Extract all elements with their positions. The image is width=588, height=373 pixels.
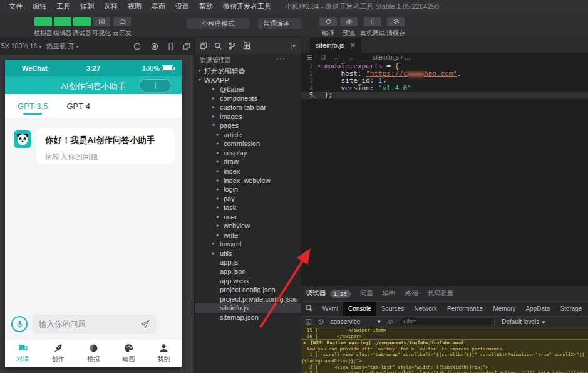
- close-icon[interactable]: ✕: [350, 41, 356, 50]
- question-input[interactable]: 输入你的问题: [33, 315, 157, 334]
- menu-item[interactable]: 视图: [123, 0, 147, 13]
- model-tab-gpt-4[interactable]: GPT-4: [66, 94, 90, 118]
- toolbar-toggle-2[interactable]: [54, 17, 71, 26]
- menu-item[interactable]: 微信开发者工具: [218, 0, 276, 13]
- list-icon[interactable]: [306, 54, 313, 61]
- tree-item-user[interactable]: ▸user: [195, 213, 301, 222]
- inspect-icon-wrap[interactable]: [301, 305, 317, 313]
- devtools-tab-storage[interactable]: Storage: [555, 302, 587, 316]
- debugger-tab-item[interactable]: 输出: [383, 289, 396, 298]
- devtools-tab-appdata[interactable]: AppData: [520, 302, 555, 316]
- tree-item-draw[interactable]: ▸draw: [195, 157, 301, 167]
- devtools-tab-performance[interactable]: Performance: [442, 302, 488, 316]
- voice-input-button[interactable]: [11, 316, 28, 332]
- devtools-tab-wxml[interactable]: Wxml: [317, 302, 343, 316]
- tree-item-components[interactable]: ▸components: [195, 94, 301, 103]
- console-filter-input[interactable]: [400, 318, 495, 325]
- menu-item[interactable]: 转到: [75, 0, 99, 13]
- devtools-tab-memory[interactable]: Memory: [488, 302, 520, 316]
- tree-item-login[interactable]: ▸login: [195, 185, 301, 194]
- menu-item[interactable]: 选择: [99, 0, 123, 13]
- tree-item-task[interactable]: ▸task: [195, 203, 301, 213]
- tabbar-item[interactable]: 绘画: [111, 339, 146, 367]
- editor-tab-siteinfo[interactable]: siteinfo.js ✕: [310, 38, 361, 53]
- toolbar-action-3[interactable]: [364, 17, 381, 26]
- model-tab-gpt-3.5[interactable]: GPT-3.5: [18, 94, 48, 118]
- log-levels-dropdown[interactable]: Default levels ▼: [502, 318, 546, 325]
- tree-item-app.wxss[interactable]: app.wxss: [195, 276, 301, 286]
- tabbar-item[interactable]: 对话: [5, 339, 40, 367]
- tree-item-index[interactable]: ▸index: [195, 167, 301, 176]
- tabbar-item[interactable]: 我的: [147, 339, 182, 367]
- windows-button[interactable]: [182, 42, 191, 51]
- tree-item-app.json[interactable]: app.json: [195, 267, 301, 276]
- tree-item-towxml[interactable]: ▸towxml: [195, 239, 301, 249]
- miniprogram-capsule-menu[interactable]: [139, 79, 172, 92]
- code-editor[interactable]: 1∨module.exports = {2 host: "https://c◼◼…: [301, 63, 588, 99]
- debugger-tab-active[interactable]: 调试器: [306, 289, 326, 298]
- collapse-sidebar-icon[interactable]: [289, 41, 297, 50]
- tree-item-commission[interactable]: ▸commission: [195, 139, 301, 149]
- mode-dropdown[interactable]: 小程序模式: [187, 18, 249, 29]
- tree-item-project.private.config.json[interactable]: project.private.config.json: [195, 295, 301, 304]
- tree-item-WXAPP[interactable]: ▾WXAPP: [195, 76, 301, 85]
- files-icon[interactable]: [199, 41, 208, 50]
- tree-item-project.config.json[interactable]: project.config.json: [195, 285, 301, 295]
- context-dropdown[interactable]: appservice▼: [330, 318, 381, 325]
- clear-console-icon[interactable]: [317, 318, 324, 325]
- tree-item-app.js[interactable]: app.js: [195, 258, 301, 267]
- hot-reload-dropdown[interactable]: 热重载 开 ▾: [46, 42, 79, 51]
- tree-item-write[interactable]: ▸write: [195, 231, 301, 240]
- source-control-icon[interactable]: [228, 41, 237, 50]
- search-icon[interactable]: [214, 41, 222, 50]
- menu-item[interactable]: 工具: [51, 0, 75, 13]
- menu-item[interactable]: 文件: [4, 0, 28, 13]
- tree-item-cosplay[interactable]: ▸cosplay: [195, 149, 301, 158]
- toolbar-action-1[interactable]: [319, 17, 337, 26]
- tree-item-article[interactable]: ▸article: [195, 130, 301, 140]
- zoom-level-dropdown[interactable]: 5X 100% 16 ▾: [1, 42, 41, 50]
- menu-item[interactable]: 编辑: [28, 0, 51, 13]
- nav-back-icon[interactable]: ←: [334, 54, 340, 61]
- toolbar-toggle-1[interactable]: [34, 17, 52, 26]
- toolbar-action-4[interactable]: [387, 17, 405, 26]
- send-icon[interactable]: [140, 319, 150, 330]
- devtools-tab-network[interactable]: Network: [409, 302, 442, 316]
- toolbar-toggle-4[interactable]: [93, 17, 110, 26]
- debugger-tab-item[interactable]: 终端: [405, 289, 418, 298]
- toolbar-toggle-5[interactable]: [113, 17, 131, 26]
- tree-item-@babel[interactable]: ▸@babel: [195, 85, 301, 94]
- nav-forward-icon[interactable]: →: [347, 54, 353, 61]
- tree-item-webview[interactable]: ▸webview: [195, 221, 301, 231]
- tree-item-pay[interactable]: ▸pay: [195, 194, 301, 204]
- devtools-tab-sources[interactable]: Sources: [376, 302, 410, 316]
- top-frame-icon[interactable]: [305, 318, 312, 325]
- fold-icon[interactable]: ∨: [317, 63, 324, 70]
- menu-item[interactable]: 帮助: [194, 0, 218, 13]
- breadcrumb[interactable]: siteinfo.js › …: [373, 54, 411, 61]
- more-actions-icon[interactable]: ···: [276, 54, 286, 63]
- menu-item[interactable]: 界面: [147, 0, 170, 13]
- record-button[interactable]: [150, 42, 159, 51]
- tree-item-images[interactable]: ▸images: [195, 112, 301, 122]
- menu-item[interactable]: 设置: [170, 0, 194, 13]
- eye-icon[interactable]: [387, 318, 394, 325]
- compile-config-dropdown[interactable]: 普通编译: [258, 18, 301, 29]
- tree-item-sitemap.json[interactable]: sitemap.json: [195, 313, 301, 322]
- circle-button[interactable]: [133, 42, 142, 51]
- bookmark-icon[interactable]: [320, 54, 327, 61]
- debugger-tab-item[interactable]: 代码质量: [428, 289, 454, 298]
- tabbar-item[interactable]: 模拟: [76, 339, 111, 367]
- devtools-tab-console[interactable]: Console: [343, 302, 376, 316]
- tabbar-item[interactable]: 创作: [40, 339, 75, 367]
- toolbar-toggle-3[interactable]: [73, 17, 91, 26]
- debugger-tab-item[interactable]: 问题: [360, 289, 373, 298]
- tree-item-index_webview[interactable]: ▸index_webview: [195, 176, 301, 186]
- tree-item-siteinfo.js[interactable]: siteinfo.js: [195, 303, 301, 313]
- tree-item-pages[interactable]: ▾pages: [195, 121, 301, 130]
- toolbar-action-2[interactable]: [340, 17, 358, 26]
- extensions-icon[interactable]: [242, 41, 251, 50]
- tree-item-[interactable]: ▸打开的编辑器: [195, 66, 301, 76]
- phone-button[interactable]: [167, 42, 175, 51]
- tree-item-custom-tab-bar[interactable]: ▸custom-tab-bar: [195, 103, 301, 112]
